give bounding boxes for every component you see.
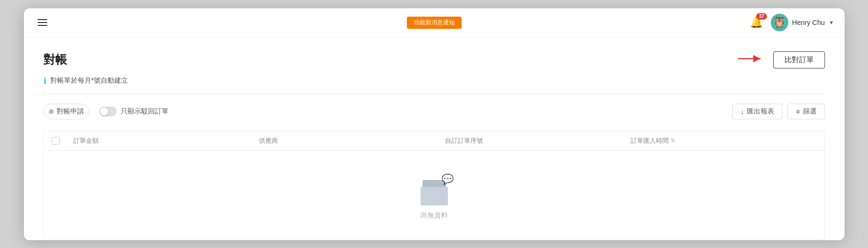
export-report-button[interactable]: ↓ 匯出報表 — [732, 104, 783, 119]
toggle-label: 只顯示駁回訂單 — [121, 107, 169, 116]
user-menu-chevron-icon: ▾ — [830, 19, 833, 26]
notification-bell-wrap[interactable]: 🔔 37 — [750, 16, 763, 29]
avatar-emoji: 🦉 — [773, 17, 786, 28]
toolbar: 對帳申請 只顯示駁回訂單 ↓ 匯出報表 ≡ 篩選 — [43, 104, 825, 127]
header: 功能新消息通知 🔔 37 🦉 Henry Chu ▾ — [24, 8, 845, 38]
reconcile-tab[interactable]: 對帳申請 — [43, 104, 89, 119]
table-header: 訂單金額 供應商 自訂訂單序號 訂單匯入時間 ⇅ — [44, 132, 825, 151]
amount-col-label: 訂單金額 — [73, 136, 99, 145]
info-bar: ℹ 對帳單於每月*號自動建立 — [43, 76, 825, 94]
filter-label: 篩選 — [803, 107, 817, 116]
filter-icon: ≡ — [796, 108, 800, 115]
header-left — [36, 17, 49, 28]
export-label: 匯出報表 — [747, 107, 774, 116]
tab-reconcile-label: 對帳申請 — [57, 107, 84, 116]
import-time-col-label: 訂單匯入時間 — [631, 136, 669, 145]
empty-illustration: 💬 — [419, 174, 450, 205]
toolbar-left: 對帳申請 只顯示駁回訂單 — [43, 104, 169, 119]
supplier-col-label: 供應商 — [259, 136, 278, 145]
header-center: 功能新消息通知 — [407, 17, 462, 29]
info-icon: ℹ — [43, 76, 46, 86]
user-name: Henry Chu — [792, 19, 825, 26]
page-header-row: 對帳 比對訂單 — [43, 51, 825, 68]
order-number-col-label: 自訂訂單序號 — [445, 136, 483, 145]
toggle-show-rejected[interactable] — [99, 107, 117, 116]
select-all-checkbox[interactable] — [52, 137, 60, 145]
compare-btn-wrap: 比對訂單 — [736, 51, 825, 68]
header-checkbox-cell — [52, 137, 73, 145]
arrow-right-icon — [736, 52, 765, 68]
tab-dot-icon — [49, 109, 54, 114]
notification-count-badge: 37 — [756, 13, 766, 20]
filter-button[interactable]: ≡ 篩選 — [787, 104, 825, 119]
header-supplier: 供應商 — [259, 136, 445, 145]
empty-state: 💬 尚無資料 — [44, 151, 825, 240]
announcement-badge[interactable]: 功能新消息通知 — [407, 17, 462, 29]
compare-orders-button[interactable]: 比對訂單 — [773, 51, 825, 68]
header-amount: 訂單金額 — [73, 136, 259, 145]
page-title: 對帳 — [43, 52, 67, 68]
toolbar-right: ↓ 匯出報表 ≡ 篩選 — [732, 104, 825, 119]
info-text: 對帳單於每月*號自動建立 — [50, 76, 128, 85]
export-icon: ↓ — [741, 108, 744, 115]
main-window: 功能新消息通知 🔔 37 🦉 Henry Chu ▾ 對帳 — [24, 8, 845, 240]
header-right: 🔔 37 🦉 Henry Chu ▾ — [750, 14, 833, 31]
avatar: 🦉 — [771, 14, 788, 31]
hamburger-menu-icon[interactable] — [36, 17, 49, 28]
orders-table: 訂單金額 供應商 自訂訂單序號 訂單匯入時間 ⇅ — [43, 131, 825, 240]
page-content: 對帳 比對訂單 ℹ 對帳單於每月*號自動建立 — [24, 38, 845, 240]
header-order-number: 自訂訂單序號 — [445, 136, 631, 145]
empty-state-text: 尚無資料 — [421, 211, 448, 220]
toggle-show-rejected-wrap[interactable]: 只顯示駁回訂單 — [99, 107, 169, 116]
sort-icon[interactable]: ⇅ — [671, 137, 675, 144]
user-info[interactable]: 🦉 Henry Chu ▾ — [771, 14, 833, 31]
header-import-time: 訂單匯入時間 ⇅ — [631, 136, 817, 145]
